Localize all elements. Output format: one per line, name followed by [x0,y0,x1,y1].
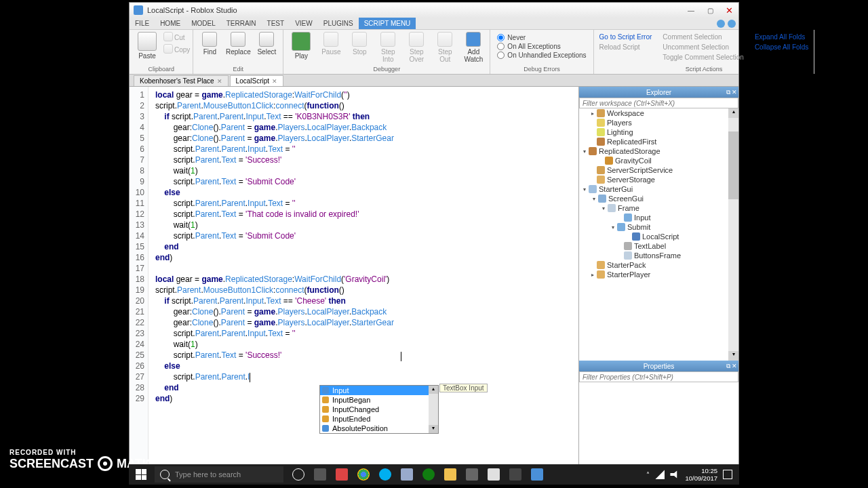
dock-icon[interactable]: ⧉ [726,89,730,96]
minimize-button[interactable]: — [682,3,701,18]
ac-item[interactable]: InputBegan [320,395,438,405]
autocomplete-tooltip: TextBox Input [439,384,488,392]
allexc-radio[interactable]: On All Exceptions [493,42,590,51]
ribbon: Paste Cut Copy Clipboard Find Replace Se… [130,30,738,75]
taskview-icon[interactable] [311,465,330,484]
menu-terrain[interactable]: TERRAIN [221,20,262,27]
close-icon[interactable]: ✕ [217,78,222,85]
close-icon[interactable]: ✕ [272,78,277,85]
menu-bar: FILE HOME MODEL TERRAIN TEST VIEW PLUGIN… [130,18,738,30]
explorer-header: Explorer⧉✕ [579,87,738,98]
properties-body [579,382,738,469]
cut-button[interactable]: Cut [163,32,190,43]
skype-icon[interactable] [376,465,395,484]
roblox-icon[interactable] [528,465,547,484]
goto-error-link[interactable]: Go to Script Error [594,32,658,42]
mail-icon[interactable] [484,465,503,484]
store-icon[interactable] [462,465,481,484]
scrollbar[interactable]: ▴▾ [728,108,738,361]
chevron-up-icon[interactable]: ˄ [646,471,650,479]
window-title: LocalScript - Roblox Studio [147,6,237,14]
ac-item[interactable]: InputEnded [320,414,438,424]
ac-item[interactable]: AbsolutePosition [320,424,438,433]
maximize-button[interactable]: ▢ [701,3,719,18]
explorer-filter[interactable] [579,98,738,108]
taskbar-search[interactable]: Type here to search [155,466,283,483]
stepinto-button[interactable]: Step Into [374,32,401,63]
tab-place[interactable]: Kobenhoser's Test Place✕ [134,75,229,86]
app-window: LocalScript - Roblox Studio — ▢ ✕ FILE H… [129,2,739,470]
paste-button[interactable]: Paste [132,32,162,60]
notepad-icon[interactable] [397,465,416,484]
properties-header: Properties⧉✕ [579,361,738,371]
autocomplete-popup[interactable]: Input InputBegan InputChanged InputEnded… [319,385,439,434]
explorer-icon[interactable] [441,465,460,484]
search-icon [160,470,170,479]
menu-test[interactable]: TEST [262,20,290,27]
properties-filter[interactable] [579,371,738,382]
menu-scriptmenu[interactable]: SCRIPT MENU [359,18,416,29]
chrome-icon[interactable] [354,465,373,484]
menu-model[interactable]: MODEL [186,20,221,27]
ac-item[interactable]: Input [320,386,438,395]
app-icon[interactable] [332,465,351,484]
pause-button[interactable]: Pause [317,32,344,63]
menu-home[interactable]: HOME [155,20,186,27]
unhandled-radio[interactable]: On Unhandled Exceptions [493,51,590,60]
reload-link[interactable]: Reload Script [594,42,658,52]
scrollbar[interactable]: ▴▾ [429,386,438,433]
never-radio[interactable]: Never [493,33,590,42]
help-icon[interactable] [728,20,736,28]
explorer-tree[interactable]: ▸Workspace Players Lighting ReplicatedFi… [579,108,738,361]
taskbar: Type here to search ˄ 10:2510/09/2017 [129,464,739,485]
collapse-link[interactable]: Collapse All Folds [749,42,814,52]
cortana-icon[interactable] [289,465,308,484]
stop-button[interactable]: Stop [346,32,373,63]
xbox-icon[interactable] [419,465,438,484]
comment-link[interactable]: Comment Selection [657,32,749,42]
app-icon[interactable] [506,465,525,484]
select-button[interactable]: Select [253,32,280,56]
volume-icon[interactable] [670,470,679,479]
uncomment-link[interactable]: Uncomment Selection [657,42,749,52]
text-cursor [401,352,401,361]
titlebar: LocalScript - Roblox Studio — ▢ ✕ [130,3,738,18]
stepover-button[interactable]: Step Over [403,32,430,63]
system-tray[interactable]: ˄ 10:2510/09/2017 [646,467,739,482]
line-gutter: 1234567891011121314151617181920212223242… [130,87,149,469]
ac-item[interactable]: InputChanged [320,405,438,414]
close-icon[interactable]: ✕ [732,89,737,96]
addwatch-button[interactable]: Add Watch [460,32,487,63]
find-button[interactable]: Find [196,32,223,56]
network-icon[interactable] [655,470,665,479]
menu-file[interactable]: FILE [130,20,155,27]
close-icon[interactable]: ✕ [732,363,737,370]
side-panels: Explorer⧉✕ ▸Workspace Players Lighting R… [578,87,738,469]
upgrade-icon[interactable] [717,20,725,28]
replace-button[interactable]: Replace [224,32,252,56]
app-icon [134,5,143,15]
document-tabs: Kobenhoser's Test Place✕ LocalScript✕ [130,75,738,87]
menu-view[interactable]: VIEW [290,20,318,27]
stepout-button[interactable]: Step Out [431,32,458,63]
start-button[interactable] [129,464,153,485]
togglecomment-link[interactable]: Toggle Comment Selection [657,52,749,62]
tab-localscript[interactable]: LocalScript✕ [230,75,283,86]
expand-link[interactable]: Expand All Folds [749,32,814,42]
code-editor[interactable]: 1234567891011121314151617181920212223242… [130,87,578,469]
play-button[interactable]: Play [286,32,316,63]
copy-button[interactable]: Copy [163,44,190,55]
menu-plugins[interactable]: PLUGINS [318,20,359,27]
close-button[interactable]: ✕ [719,3,738,18]
notifications-icon[interactable] [723,470,732,479]
dock-icon[interactable]: ⧉ [726,363,730,370]
